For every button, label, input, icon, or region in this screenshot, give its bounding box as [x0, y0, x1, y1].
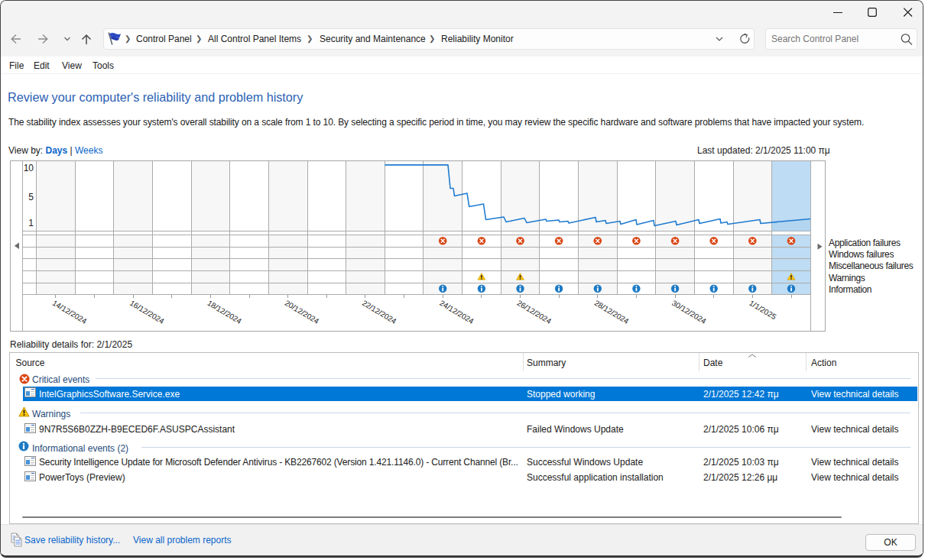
svg-text:10: 10 — [24, 163, 34, 173]
svg-text:5: 5 — [28, 192, 34, 202]
svg-text:1: 1 — [28, 218, 34, 228]
